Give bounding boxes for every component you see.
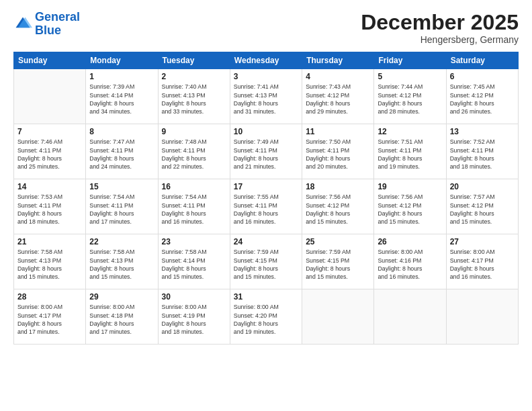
header-row: Sunday Monday Tuesday Wednesday Thursday… <box>14 52 519 69</box>
table-cell: 17Sunrise: 7:55 AMSunset: 4:11 PMDayligh… <box>230 179 302 234</box>
table-cell <box>446 289 518 345</box>
day-info: Sunrise: 7:50 AMSunset: 4:11 PMDaylight:… <box>306 138 370 171</box>
day-number: 7 <box>17 127 82 136</box>
day-number: 23 <box>162 237 226 246</box>
day-info: Sunrise: 7:54 AMSunset: 4:11 PMDaylight:… <box>89 193 154 226</box>
table-cell: 8Sunrise: 7:47 AMSunset: 4:11 PMDaylight… <box>86 124 158 179</box>
day-info: Sunrise: 7:47 AMSunset: 4:11 PMDaylight:… <box>89 138 154 171</box>
day-number: 1 <box>89 72 154 81</box>
table-cell: 3Sunrise: 7:41 AMSunset: 4:13 PMDaylight… <box>230 69 302 124</box>
day-number: 14 <box>17 182 82 191</box>
day-info: Sunrise: 7:58 AMSunset: 4:14 PMDaylight:… <box>162 248 226 281</box>
table-cell: 14Sunrise: 7:53 AMSunset: 4:11 PMDayligh… <box>14 179 86 234</box>
day-info: Sunrise: 7:48 AMSunset: 4:11 PMDaylight:… <box>162 138 226 171</box>
logo: General Blue <box>13 11 80 38</box>
day-info: Sunrise: 7:44 AMSunset: 4:12 PMDaylight:… <box>378 83 442 116</box>
day-number: 16 <box>162 182 226 191</box>
day-info: Sunrise: 7:59 AMSunset: 4:15 PMDaylight:… <box>306 248 370 281</box>
day-info: Sunrise: 7:45 AMSunset: 4:12 PMDaylight:… <box>450 83 515 116</box>
table-cell: 5Sunrise: 7:44 AMSunset: 4:12 PMDaylight… <box>374 69 446 124</box>
day-number: 11 <box>306 127 370 136</box>
day-number: 17 <box>234 182 298 191</box>
day-info: Sunrise: 7:52 AMSunset: 4:11 PMDaylight:… <box>450 138 515 171</box>
month-title: December 2025 <box>361 11 519 34</box>
day-info: Sunrise: 7:57 AMSunset: 4:12 PMDaylight:… <box>450 193 515 226</box>
col-tuesday: Tuesday <box>158 52 230 69</box>
table-cell: 12Sunrise: 7:51 AMSunset: 4:11 PMDayligh… <box>374 124 446 179</box>
day-info: Sunrise: 7:43 AMSunset: 4:12 PMDaylight:… <box>306 83 370 116</box>
day-info: Sunrise: 8:00 AMSunset: 4:17 PMDaylight:… <box>17 303 82 336</box>
table-cell: 24Sunrise: 7:59 AMSunset: 4:15 PMDayligh… <box>230 234 302 289</box>
day-number: 6 <box>450 72 515 81</box>
day-number: 28 <box>17 292 82 302</box>
table-cell: 21Sunrise: 7:58 AMSunset: 4:13 PMDayligh… <box>14 234 86 289</box>
day-number: 19 <box>378 182 442 191</box>
day-number: 5 <box>378 72 442 81</box>
day-number: 12 <box>378 127 442 136</box>
day-info: Sunrise: 7:54 AMSunset: 4:11 PMDaylight:… <box>162 193 226 226</box>
col-sunday: Sunday <box>14 52 86 69</box>
day-number: 8 <box>89 127 154 136</box>
day-number: 24 <box>234 237 298 246</box>
day-info: Sunrise: 7:51 AMSunset: 4:11 PMDaylight:… <box>378 138 442 171</box>
table-cell: 9Sunrise: 7:48 AMSunset: 4:11 PMDaylight… <box>158 124 230 179</box>
day-info: Sunrise: 8:00 AMSunset: 4:17 PMDaylight:… <box>450 248 515 281</box>
table-cell: 2Sunrise: 7:40 AMSunset: 4:13 PMDaylight… <box>158 69 230 124</box>
title-block: December 2025 Hengersberg, Germany <box>361 11 519 45</box>
table-cell: 27Sunrise: 8:00 AMSunset: 4:17 PMDayligh… <box>446 234 518 289</box>
header: General Blue December 2025 Hengersberg, … <box>13 11 519 45</box>
table-cell: 20Sunrise: 7:57 AMSunset: 4:12 PMDayligh… <box>446 179 518 234</box>
week-row-2: 7Sunrise: 7:46 AMSunset: 4:11 PMDaylight… <box>14 124 519 179</box>
table-cell: 26Sunrise: 8:00 AMSunset: 4:16 PMDayligh… <box>374 234 446 289</box>
table-cell: 6Sunrise: 7:45 AMSunset: 4:12 PMDaylight… <box>446 69 518 124</box>
day-number: 13 <box>450 127 515 136</box>
logo-icon <box>13 15 32 34</box>
day-info: Sunrise: 7:46 AMSunset: 4:11 PMDaylight:… <box>17 138 82 171</box>
page: General Blue December 2025 Hengersberg, … <box>0 0 532 411</box>
day-number: 9 <box>162 127 226 136</box>
day-info: Sunrise: 7:53 AMSunset: 4:11 PMDaylight:… <box>17 193 82 226</box>
col-friday: Friday <box>374 52 446 69</box>
week-row-3: 14Sunrise: 7:53 AMSunset: 4:11 PMDayligh… <box>14 179 519 234</box>
day-number: 3 <box>234 72 298 81</box>
table-cell <box>302 289 374 345</box>
day-info: Sunrise: 7:49 AMSunset: 4:11 PMDaylight:… <box>234 138 298 171</box>
day-number: 25 <box>306 237 370 246</box>
table-cell: 30Sunrise: 8:00 AMSunset: 4:19 PMDayligh… <box>158 289 230 345</box>
day-number: 27 <box>450 237 515 246</box>
day-number: 15 <box>89 182 154 191</box>
day-number: 18 <box>306 182 370 191</box>
calendar-table: Sunday Monday Tuesday Wednesday Thursday… <box>13 52 519 345</box>
day-number: 30 <box>162 292 226 302</box>
table-cell: 16Sunrise: 7:54 AMSunset: 4:11 PMDayligh… <box>158 179 230 234</box>
day-number: 21 <box>17 237 82 246</box>
col-monday: Monday <box>86 52 158 69</box>
table-cell: 11Sunrise: 7:50 AMSunset: 4:11 PMDayligh… <box>302 124 374 179</box>
day-info: Sunrise: 7:41 AMSunset: 4:13 PMDaylight:… <box>234 83 298 116</box>
day-info: Sunrise: 8:00 AMSunset: 4:20 PMDaylight:… <box>234 303 298 336</box>
day-info: Sunrise: 7:58 AMSunset: 4:13 PMDaylight:… <box>89 248 154 281</box>
day-number: 4 <box>306 72 370 81</box>
table-cell: 13Sunrise: 7:52 AMSunset: 4:11 PMDayligh… <box>446 124 518 179</box>
table-cell: 25Sunrise: 7:59 AMSunset: 4:15 PMDayligh… <box>302 234 374 289</box>
day-number: 22 <box>89 237 154 246</box>
table-cell: 15Sunrise: 7:54 AMSunset: 4:11 PMDayligh… <box>86 179 158 234</box>
location-subtitle: Hengersberg, Germany <box>361 34 519 45</box>
table-cell: 7Sunrise: 7:46 AMSunset: 4:11 PMDaylight… <box>14 124 86 179</box>
table-cell: 19Sunrise: 7:56 AMSunset: 4:12 PMDayligh… <box>374 179 446 234</box>
day-info: Sunrise: 8:00 AMSunset: 4:18 PMDaylight:… <box>89 303 154 336</box>
day-number: 2 <box>162 72 226 81</box>
table-cell: 29Sunrise: 8:00 AMSunset: 4:18 PMDayligh… <box>86 289 158 345</box>
day-info: Sunrise: 7:58 AMSunset: 4:13 PMDaylight:… <box>17 248 82 281</box>
col-thursday: Thursday <box>302 52 374 69</box>
table-cell: 4Sunrise: 7:43 AMSunset: 4:12 PMDaylight… <box>302 69 374 124</box>
day-info: Sunrise: 7:39 AMSunset: 4:14 PMDaylight:… <box>89 83 154 116</box>
day-number: 20 <box>450 182 515 191</box>
day-info: Sunrise: 8:00 AMSunset: 4:16 PMDaylight:… <box>378 248 442 281</box>
day-info: Sunrise: 7:59 AMSunset: 4:15 PMDaylight:… <box>234 248 298 281</box>
week-row-1: 1Sunrise: 7:39 AMSunset: 4:14 PMDaylight… <box>14 69 519 124</box>
table-cell <box>374 289 446 345</box>
day-info: Sunrise: 8:00 AMSunset: 4:19 PMDaylight:… <box>162 303 226 336</box>
col-saturday: Saturday <box>446 52 518 69</box>
day-info: Sunrise: 7:55 AMSunset: 4:11 PMDaylight:… <box>234 193 298 226</box>
